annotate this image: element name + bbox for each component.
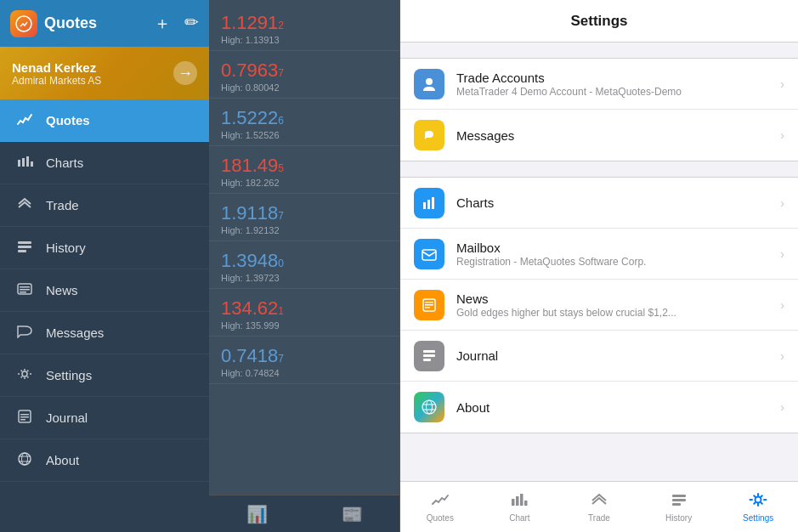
tab-settings-icon	[749, 492, 767, 512]
settings-row-about[interactable]: About ›	[400, 382, 798, 433]
messages-icon	[14, 325, 36, 342]
svg-point-35	[427, 400, 433, 414]
svg-rect-23	[423, 202, 426, 209]
svg-rect-41	[524, 501, 528, 506]
user-name: Nenad Kerkez	[12, 60, 101, 75]
sidebar-title: Quotes	[44, 14, 97, 32]
charts-icon	[14, 155, 36, 172]
list-item[interactable]: 1.12 91 2 High: 1.13913	[209, 3, 399, 51]
user-banner[interactable]: Nenad Kerkez Admiral Markets AS →	[0, 47, 209, 99]
mailbox-subtitle: Registration - MetaQuotes Software Corp.	[456, 256, 780, 268]
chevron-icon: ›	[780, 400, 784, 414]
tab-quotes[interactable]: Quotes	[400, 482, 480, 532]
sidebar-item-label: Quotes	[46, 113, 90, 127]
messages-row-icon	[414, 120, 444, 150]
sidebar-item-label: Charts	[46, 156, 83, 170]
settings-row-trade-accounts[interactable]: Trade Accounts MetaTrader 4 Demo Account…	[400, 59, 798, 110]
bottom-quote-icon[interactable]: 📊	[246, 504, 268, 524]
svg-rect-5	[18, 241, 31, 244]
trade-accounts-title: Trade Accounts	[456, 71, 780, 85]
about-row-icon	[414, 392, 444, 422]
sidebar-item-label: History	[46, 241, 86, 255]
list-item[interactable]: 0.79 63 7 High: 0.80042	[209, 51, 399, 99]
sidebar-nav: Quotes Charts Trade History News	[0, 99, 209, 532]
svg-point-18	[22, 453, 28, 465]
trade-accounts-subtitle: MetaTrader 4 Demo Account - MetaQuotes-D…	[456, 86, 780, 98]
tab-history-icon	[670, 492, 688, 512]
trade-icon	[14, 197, 36, 214]
settings-row-mailbox[interactable]: Mailbox Registration - MetaQuotes Softwa…	[400, 229, 798, 280]
list-item[interactable]: 1.39 48 0 High: 1.39723	[209, 241, 399, 289]
svg-rect-6	[18, 246, 31, 248]
list-item[interactable]: 0.74 18 7 High: 0.74824	[209, 337, 399, 384]
svg-rect-4	[31, 161, 33, 167]
sidebar-item-trade[interactable]: Trade	[0, 184, 209, 227]
svg-rect-26	[422, 250, 436, 260]
tab-quotes-icon	[431, 492, 450, 512]
mailbox-content: Mailbox Registration - MetaQuotes Softwa…	[456, 241, 780, 268]
sidebar-item-history[interactable]: History	[0, 227, 209, 269]
svg-rect-7	[18, 250, 26, 252]
tab-settings[interactable]: Settings	[718, 482, 798, 532]
user-info: Nenad Kerkez Admiral Markets AS	[12, 60, 101, 87]
svg-point-12	[22, 371, 27, 376]
sidebar-item-journal[interactable]: Journal	[0, 397, 209, 439]
list-item[interactable]: 1.91 18 7 High: 1.92132	[209, 194, 399, 241]
edit-icon[interactable]: ✏	[184, 12, 199, 35]
news-title: News	[456, 291, 780, 306]
news-row-icon	[414, 290, 444, 320]
settings-group-2: Charts › Mailbox Registration - MetaQuot…	[400, 177, 798, 433]
journal-title: Journal	[456, 348, 780, 363]
news-icon	[14, 282, 36, 299]
charts-title: Charts	[456, 195, 780, 210]
sidebar-item-news[interactable]: News	[0, 269, 209, 312]
svg-rect-38	[512, 499, 515, 506]
trade-accounts-content: Trade Accounts MetaTrader 4 Demo Account…	[456, 71, 780, 98]
tab-trade[interactable]: Trade	[559, 482, 639, 532]
quote-list: 1.12 91 2 High: 1.13913 0.79 63 7 High: …	[209, 0, 399, 384]
svg-point-21	[426, 78, 433, 85]
mailbox-title: Mailbox	[456, 241, 780, 255]
tab-history[interactable]: History	[639, 482, 719, 532]
tab-trade-label: Trade	[588, 513, 610, 523]
tab-chart[interactable]: Chart	[480, 482, 560, 532]
sidebar-item-label: About	[46, 453, 79, 467]
svg-rect-24	[427, 200, 430, 209]
sidebar-item-settings[interactable]: Settings	[0, 354, 209, 397]
sidebar-item-quotes[interactable]: Quotes	[0, 99, 209, 142]
settings-row-messages[interactable]: Messages ›	[400, 110, 798, 161]
svg-rect-40	[520, 494, 524, 506]
sidebar-item-charts[interactable]: Charts	[0, 142, 209, 184]
list-item[interactable]: 181. 49 5 High: 182.262	[209, 146, 399, 194]
list-item[interactable]: 1.52 22 6 High: 1.52526	[209, 99, 399, 146]
svg-rect-44	[672, 503, 681, 506]
bottom-news-icon[interactable]: 📰	[342, 504, 363, 524]
journal-icon	[14, 410, 36, 427]
about-content: About	[456, 400, 780, 415]
middle-bottom-bar: 📊 📰	[209, 495, 399, 532]
settings-row-journal[interactable]: Journal ›	[400, 331, 798, 382]
chevron-icon: ›	[780, 128, 784, 142]
svg-rect-25	[432, 197, 434, 209]
right-header: Settings	[400, 0, 798, 42]
svg-rect-10	[20, 289, 30, 291]
svg-rect-9	[20, 286, 30, 288]
svg-rect-29	[425, 304, 433, 306]
journal-row-icon	[414, 341, 444, 371]
list-item[interactable]: 134. 62 1 High: 135.999	[209, 289, 399, 337]
about-icon	[14, 452, 36, 469]
svg-rect-32	[423, 354, 435, 357]
svg-point-45	[756, 496, 761, 502]
tab-chart-icon	[510, 492, 529, 512]
settings-row-news[interactable]: News Gold edges higher but stays below c…	[400, 280, 798, 331]
settings-row-charts[interactable]: Charts ›	[400, 178, 798, 229]
add-icon[interactable]: ＋	[154, 12, 171, 35]
sidebar-header-actions: ＋ ✏	[154, 12, 199, 35]
sidebar-item-messages[interactable]: Messages	[0, 312, 209, 354]
bottom-tabbar: Quotes Chart Trade History Settings	[400, 481, 798, 532]
chevron-icon: ›	[780, 77, 784, 91]
sidebar-item-label: Trade	[46, 198, 79, 212]
svg-rect-2	[22, 158, 25, 167]
journal-content: Journal	[456, 348, 780, 363]
sidebar-item-about[interactable]: About	[0, 439, 209, 482]
